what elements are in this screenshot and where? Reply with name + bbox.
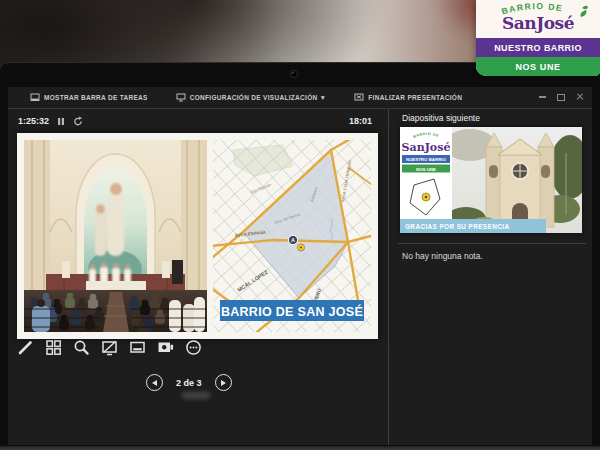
slide-navigation: 2 de 3 xyxy=(146,374,232,391)
logo-bar-secondary: NOS UNE xyxy=(476,57,600,76)
notes-text: No hay ninguna nota. xyxy=(402,251,483,261)
next-slide-thumbnail[interactable]: BARRIO DE SanJosé NUESTRO BARRIO NOS UNE… xyxy=(400,127,582,233)
clock: 18:01 xyxy=(349,116,372,126)
end-presentation-label: FINALIZAR PRESENTACIÓN xyxy=(368,94,462,101)
logo-bar-primary: NUESTRO BARRIO xyxy=(476,38,600,57)
see-all-slides-button[interactable] xyxy=(44,338,63,357)
current-slide[interactable]: San Ramón Morales Gral. De Santos AVDA E… xyxy=(17,133,378,339)
church-exterior-photo xyxy=(444,127,582,233)
timer-row: 1:25:32 xyxy=(18,116,83,126)
map-banner-text: BARRIO DE SAN JOSÉ xyxy=(221,304,363,319)
thumb-bar2: NOS UNE xyxy=(416,167,436,172)
thumb-bar1: NUESTRO BARRIO xyxy=(406,157,447,162)
restore-icon[interactable] xyxy=(557,94,565,101)
church-interior-photo xyxy=(24,140,207,332)
next-slide-preview: BARRIO DE SanJosé NUESTRO BARRIO NOS UNE… xyxy=(400,127,582,233)
next-slide-header: Diapositiva siguiente xyxy=(402,113,480,123)
notes-divider xyxy=(398,243,586,244)
end-presentation-icon xyxy=(354,93,364,102)
camera-button[interactable] xyxy=(156,338,175,357)
show-taskbar-label: MOSTRAR BARRA DE TAREAS xyxy=(44,94,148,101)
see-all-slides-icon xyxy=(45,339,62,356)
laptop: MOSTRAR BARRA DE TAREAS CONFIGURACIÓN DE… xyxy=(0,62,600,450)
display-settings-button[interactable]: CONFIGURACIÓN DE VISUALIZACIÓN ▼ xyxy=(176,93,327,102)
pen-button[interactable] xyxy=(16,338,35,357)
thumb-footer-text: GRACIAS POR SU PRESENCIA xyxy=(405,223,509,230)
subtitles-icon xyxy=(129,339,146,356)
zoom-button[interactable] xyxy=(72,338,91,357)
show-taskbar-button[interactable]: MOSTRAR BARRA DE TAREAS xyxy=(30,93,148,102)
thumb-footer: GRACIAS POR SU PRESENCIA xyxy=(400,219,546,233)
previous-slide-button[interactable] xyxy=(146,374,163,391)
elapsed-time: 1:25:32 xyxy=(18,116,49,126)
leaf-icon xyxy=(582,6,588,10)
close-icon[interactable] xyxy=(576,93,584,101)
subtitles-button[interactable] xyxy=(128,338,147,357)
more-options-icon xyxy=(185,339,202,356)
annotation-toolbar xyxy=(16,338,203,357)
more-options-button[interactable] xyxy=(184,338,203,357)
webcam-dot xyxy=(290,70,298,78)
end-presentation-button[interactable]: FINALIZAR PRESENTACIÓN xyxy=(354,93,462,102)
presenter-toolbar: MOSTRAR BARRA DE TAREAS CONFIGURACIÓN DE… xyxy=(8,87,592,109)
thumb-brand: SanJosé xyxy=(402,141,451,154)
congregation xyxy=(24,290,207,332)
pause-icon[interactable] xyxy=(57,117,65,126)
display-settings-label: CONFIGURACIÓN DE VISUALIZACIÓN ▼ xyxy=(190,94,327,101)
screen-reflection xyxy=(182,392,210,399)
presenter-view-screen: MOSTRAR BARRA DE TAREAS CONFIGURACIÓN DE… xyxy=(8,87,592,445)
display-settings-icon xyxy=(176,93,186,102)
next-slide-button[interactable] xyxy=(215,374,232,391)
restart-icon[interactable] xyxy=(73,116,83,126)
map-title-banner: BARRIO DE SAN JOSÉ xyxy=(220,300,364,321)
pen-icon xyxy=(17,339,34,356)
barrio-san-jose-logo: BARRIO DE SanJosé NUESTRO BARRIO NOS UNE xyxy=(476,0,600,76)
camera-icon xyxy=(157,339,174,356)
logo-top: BARRIO DE SanJosé xyxy=(476,0,600,38)
window-controls xyxy=(539,93,584,101)
panel-divider xyxy=(388,109,389,445)
taskbar-icon xyxy=(30,93,40,102)
minimize-icon[interactable] xyxy=(539,96,546,98)
next-arrow-icon xyxy=(221,380,226,386)
marker-a-label: A xyxy=(291,237,295,243)
laptop-edge xyxy=(0,446,600,450)
slide-position: 2 de 3 xyxy=(176,378,202,388)
black-screen-button[interactable] xyxy=(100,338,119,357)
barrio-map: San Ramón Morales Gral. De Santos AVDA E… xyxy=(213,140,371,332)
previous-arrow-icon xyxy=(152,380,157,386)
zoom-icon xyxy=(73,339,90,356)
black-screen-icon xyxy=(101,339,118,356)
